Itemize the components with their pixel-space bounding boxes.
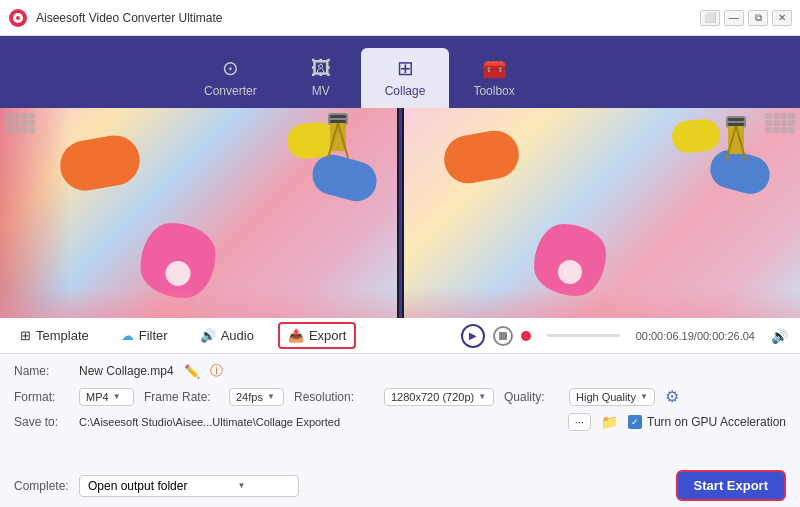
saveto-row: Save to: C:\Aiseesoft Studio\Aisee...Ult… — [14, 413, 786, 431]
name-value: New Collage.mp4 — [79, 364, 174, 378]
template-label: Template — [36, 328, 89, 343]
toolbox-tab-label: Toolbox — [473, 84, 514, 98]
audio-label: Audio — [221, 328, 254, 343]
tab-toolbox[interactable]: 🧰 Toolbox — [449, 48, 538, 108]
filter-btn[interactable]: ☁ Filter — [113, 324, 176, 347]
export-icon: 📤 — [288, 328, 304, 343]
video-area — [0, 108, 800, 318]
bottom-toolbar: ⊞ Template ☁ Filter 🔊 Audio 📤 Export ▶ 0… — [0, 318, 800, 354]
app-logo — [8, 8, 28, 28]
playback-controls: ▶ — [461, 324, 531, 348]
folder-icon[interactable]: 📁 — [601, 414, 618, 430]
time-current: 00:00:06.19 — [636, 330, 694, 342]
maximize-btn[interactable]: ⧉ — [748, 10, 768, 26]
video-preview-right — [404, 108, 801, 318]
nav-tabs: ⊙ Converter 🖼 MV ⊞ Collage 🧰 Toolbox — [180, 48, 539, 108]
name-info-icon[interactable]: ⓘ — [210, 362, 223, 380]
export-btn[interactable]: 📤 Export — [278, 322, 357, 349]
svg-rect-5 — [330, 120, 346, 123]
svg-rect-6 — [330, 123, 346, 151]
saveto-label: Save to: — [14, 415, 69, 429]
binder-clip-left — [324, 113, 352, 168]
format-value: MP4 — [86, 391, 109, 403]
tab-collage[interactable]: ⊞ Collage — [361, 48, 450, 108]
gpu-checkbox[interactable]: ✓ — [628, 415, 642, 429]
video-divider — [399, 108, 402, 318]
svg-rect-12 — [728, 126, 744, 154]
format-select[interactable]: MP4 ▼ — [79, 388, 134, 406]
converter-icon: ⊙ — [222, 56, 239, 80]
minimize-btn[interactable]: — — [724, 10, 744, 26]
template-btn[interactable]: ⊞ Template — [12, 324, 97, 347]
settings-area: Name: New Collage.mp4 ✏️ ⓘ Format: MP4 ▼… — [0, 354, 800, 464]
window-controls: ⬜ — ⧉ ✕ — [700, 10, 792, 26]
svg-rect-10 — [728, 118, 744, 121]
complete-value: Open output folder — [88, 479, 187, 493]
mv-tab-label: MV — [312, 84, 330, 98]
quality-select[interactable]: High Quality ▼ — [569, 388, 655, 406]
name-edit-icon[interactable]: ✏️ — [184, 364, 200, 379]
record-indicator — [521, 331, 531, 341]
resolution-arrow: ▼ — [478, 392, 486, 401]
complete-label: Complete: — [14, 479, 69, 493]
title-bar: Aiseesoft Video Converter Ultimate ⬜ — ⧉… — [0, 0, 800, 36]
audio-btn[interactable]: 🔊 Audio — [192, 324, 262, 347]
mv-icon: 🖼 — [311, 57, 331, 80]
filter-label: Filter — [139, 328, 168, 343]
timeline-bar[interactable] — [547, 334, 620, 337]
collage-tab-label: Collage — [385, 84, 426, 98]
quality-label: Quality: — [504, 390, 559, 404]
start-export-button[interactable]: Start Export — [676, 470, 786, 501]
video-panel-left — [0, 108, 397, 318]
complete-select[interactable]: Open output folder ▼ — [79, 475, 299, 497]
format-row: Format: MP4 ▼ Frame Rate: 24fps ▼ Resolu… — [14, 387, 786, 406]
collage-icon: ⊞ — [397, 56, 414, 80]
quality-arrow: ▼ — [640, 392, 648, 401]
template-icon: ⊞ — [20, 328, 31, 343]
svg-point-2 — [16, 16, 20, 20]
quality-value: High Quality — [576, 391, 636, 403]
format-arrow: ▼ — [113, 392, 121, 401]
toolbox-icon: 🧰 — [482, 56, 507, 80]
svg-rect-4 — [330, 115, 346, 118]
tab-mv[interactable]: 🖼 MV — [281, 49, 361, 108]
time-display: 00:00:06.19/00:00:26.04 — [636, 330, 755, 342]
framerate-value: 24fps — [236, 391, 263, 403]
framerate-label: Frame Rate: — [144, 390, 219, 404]
filter-icon: ☁ — [121, 328, 134, 343]
resolution-label: Resolution: — [294, 390, 374, 404]
stop-button[interactable] — [493, 326, 513, 346]
format-label: Format: — [14, 390, 69, 404]
framerate-arrow: ▼ — [267, 392, 275, 401]
volume-icon[interactable]: 🔊 — [771, 328, 788, 344]
gpu-checkbox-label[interactable]: ✓ Turn on GPU Acceleration — [628, 415, 786, 429]
tab-converter[interactable]: ⊙ Converter — [180, 48, 281, 108]
svg-rect-11 — [728, 123, 744, 126]
bottom-row: Complete: Open output folder ▼ Start Exp… — [0, 464, 800, 507]
resolution-value: 1280x720 (720p) — [391, 391, 474, 403]
saveto-path: C:\Aiseesoft Studio\Aisee...Ultimate\Col… — [79, 416, 558, 428]
grid-overlay-right — [765, 113, 795, 133]
nav-bar: ⊙ Converter 🖼 MV ⊞ Collage 🧰 Toolbox — [0, 36, 800, 108]
framerate-select[interactable]: 24fps ▼ — [229, 388, 284, 406]
converter-tab-label: Converter — [204, 84, 257, 98]
close-btn[interactable]: ✕ — [772, 10, 792, 26]
play-button[interactable]: ▶ — [461, 324, 485, 348]
resolution-select[interactable]: 1280x720 (720p) ▼ — [384, 388, 494, 406]
time-total: 00:00:26.04 — [697, 330, 755, 342]
audio-icon: 🔊 — [200, 328, 216, 343]
binder-clip-right — [722, 116, 750, 171]
grid-overlay-left — [5, 113, 35, 133]
complete-arrow: ▼ — [237, 481, 245, 490]
browse-btn[interactable]: ··· — [568, 413, 591, 431]
subtitle-btn[interactable]: ⬜ — [700, 10, 720, 26]
name-row: Name: New Collage.mp4 ✏️ ⓘ — [14, 362, 786, 380]
name-label: Name: — [14, 364, 69, 378]
export-label: Export — [309, 328, 347, 343]
video-preview-left — [0, 108, 397, 318]
app-title: Aiseesoft Video Converter Ultimate — [36, 11, 223, 25]
gpu-label: Turn on GPU Acceleration — [647, 415, 786, 429]
main-content: ⊞ Template ☁ Filter 🔊 Audio 📤 Export ▶ 0… — [0, 108, 800, 507]
quality-settings-icon[interactable]: ⚙ — [665, 387, 679, 406]
video-panel-right — [404, 108, 801, 318]
